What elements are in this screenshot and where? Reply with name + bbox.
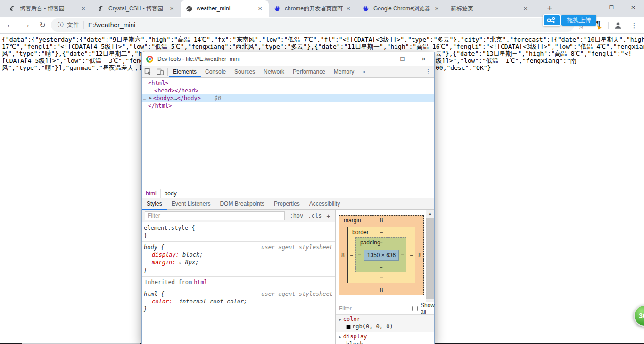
tab-chrome-devpage[interactable]: chrome的开发者页面可 ✕ [269, 0, 357, 17]
breadcrumb-html[interactable]: html [142, 189, 160, 198]
expand-arrow-icon[interactable]: ▶ [339, 318, 341, 322]
tab-blog-admin[interactable]: 博客后台 - 博客园 ✕ [4, 0, 92, 17]
padding-bottom-value: − [356, 264, 406, 270]
tab-close-icon[interactable]: ✕ [256, 5, 264, 13]
computed-filter-input[interactable] [339, 305, 412, 312]
tab-close-icon[interactable]: ✕ [168, 5, 176, 13]
tree-node-head[interactable]: <head></head> [142, 87, 434, 94]
expand-arrow-icon[interactable]: ▶ [149, 94, 152, 102]
scrollbar-thumb[interactable] [426, 218, 434, 299]
address-bar[interactable]: ⓘ 文件 E:/weather_mini [51, 18, 574, 32]
metrics-scrollbar[interactable]: ▲ [426, 210, 434, 302]
globe-icon [185, 5, 193, 12]
styles-filter-bar: :hov .cls + [142, 210, 335, 222]
devtools-minimize-button[interactable]: ─ [371, 52, 392, 66]
devtools-tab-console[interactable]: Console [201, 66, 230, 77]
css-property[interactable]: color: -internal-root-color; [144, 298, 333, 305]
padding-top-value: − [356, 239, 406, 246]
css-property[interactable]: display: block; [144, 251, 333, 259]
tab-new-tab[interactable]: 新标签页 ✕ [446, 0, 534, 17]
profile-avatar-icon[interactable] [613, 20, 623, 31]
selected-node-hint: == $0 [204, 94, 221, 102]
margin-left-value: 8 [341, 252, 345, 259]
color-swatch [346, 325, 351, 329]
css-property[interactable]: margin: ▸ 8px; [144, 259, 333, 267]
node-menu-icon[interactable]: … [143, 94, 149, 102]
tab-properties[interactable]: Properties [269, 198, 305, 210]
tab-accessibility[interactable]: Accessibility [305, 198, 345, 210]
json-text-line: 风","type":"晴"},{"date":"12日星期二","hig [2, 50, 149, 57]
netdisk-upload-overlay: 拖拽上传 [543, 14, 596, 26]
browser-menu-icon[interactable]: ⋮ [629, 20, 639, 31]
reload-button[interactable]: ↻ [37, 19, 48, 31]
devtools-maximize-button[interactable]: ☐ [392, 52, 413, 66]
computed-property-color[interactable]: ▶color rgb(0, 0, 0) [336, 315, 434, 332]
chrome-logo-icon [146, 56, 153, 63]
tab-styles[interactable]: Styles [142, 198, 167, 210]
expand-arrow-icon[interactable]: ▶ [339, 335, 341, 339]
dom-breadcrumbs: html body [142, 188, 434, 198]
back-button[interactable]: ← [5, 19, 16, 31]
devtools-tab-network[interactable]: Network [259, 66, 289, 77]
cnblogs-icon [97, 5, 105, 12]
forward-button[interactable]: → [21, 19, 32, 31]
computed-property-value: rgb(0, 0, 0) [352, 323, 393, 330]
netdisk-icon [543, 14, 561, 26]
toggle-class-button[interactable]: .cls [308, 212, 322, 219]
box-model-content: 1350 × 636 [364, 250, 399, 261]
json-text-line: 云"},{"date":"13日星期三","high":"高温 8℃","fen… [436, 50, 632, 57]
new-style-rule-button[interactable]: + [326, 212, 330, 220]
breadcrumb-body[interactable]: body [160, 189, 181, 198]
window-minimize-button[interactable]: ─ [579, 0, 601, 15]
more-tabs-chevron-icon[interactable]: » [358, 68, 369, 75]
content-size-value: 1350 × 636 [367, 252, 396, 259]
property-value: block; [179, 252, 203, 258]
omnibox-divider [83, 21, 84, 29]
devtools-tab-memory[interactable]: Memory [330, 66, 358, 77]
devtools-menu-icon[interactable]: ⋮ [422, 68, 434, 75]
styles-filter-input[interactable] [145, 211, 285, 220]
tab-close-icon[interactable]: ✕ [344, 5, 352, 13]
html-rule[interactable]: user agent stylesheet html { color: -int… [142, 288, 335, 315]
tree-node-html-open[interactable]: <html> [142, 79, 434, 87]
device-toolbar-icon[interactable] [154, 66, 166, 77]
tab-title: 新标签页 [451, 5, 521, 13]
tree-node-body-selected[interactable]: … ▶ <body> … </body> == $0 [142, 94, 434, 102]
element-style-rule[interactable]: element.style { } [142, 222, 335, 242]
tab-event-listeners[interactable]: Event Listeners [167, 198, 215, 210]
devtools-tab-performance[interactable]: Performance [289, 66, 330, 77]
devtools-window-controls: ─ ☐ ✕ [371, 52, 434, 66]
margin-right-value: 8 [418, 252, 421, 259]
body-close-tag: </body> [177, 94, 201, 102]
page-info-icon[interactable]: ⓘ [58, 21, 64, 29]
show-all-checkbox[interactable] [412, 306, 418, 311]
scroll-up-arrow-icon[interactable]: ▲ [426, 210, 434, 217]
window-close-button[interactable]: ✕ [622, 0, 644, 15]
margin-top-value: 8 [339, 217, 423, 224]
devtools-tab-sources[interactable]: Sources [230, 66, 259, 77]
computed-property-display[interactable]: ▶display block [336, 332, 434, 344]
toggle-pseudo-button[interactable]: :hov [289, 212, 303, 219]
body-rule[interactable]: user agent stylesheet body { display: bl… [142, 242, 335, 277]
tab-google-chrome[interactable]: Google Chrome浏览器 ✕ [357, 0, 446, 17]
new-tab-button[interactable]: + [543, 2, 556, 15]
window-maximize-button[interactable]: ☐ [601, 0, 622, 15]
styles-pane: :hov .cls + element.style { } user agent… [142, 210, 335, 344]
devtools-titlebar[interactable]: DevTools - file:///E:/weather_mini ─ ☐ ✕ [142, 52, 434, 66]
devtools-close-button[interactable]: ✕ [413, 52, 434, 66]
tab-close-icon[interactable]: ✕ [79, 5, 87, 13]
inherited-tag-link[interactable]: html [194, 279, 207, 285]
tab-dom-breakpoints[interactable]: DOM Breakpoints [215, 198, 269, 210]
tab-close-icon[interactable]: ✕ [521, 5, 529, 13]
devtools-tab-elements[interactable]: Elements [169, 66, 201, 77]
body-collapsed-ellipsis[interactable]: … [173, 94, 177, 102]
json-text-line: {"data":{"yesterday":{"date":"9日星期六","hi… [2, 36, 644, 43]
tree-node-html-close[interactable]: </html> [142, 102, 434, 109]
tab-close-icon[interactable]: ✕ [433, 5, 441, 13]
tab-weather-mini[interactable]: weather_mini ✕ [181, 0, 269, 17]
devtools-title: DevTools - file:///E:/weather_mini [157, 56, 240, 62]
tab-crystal-csh[interactable]: Crystal_CSH - 博客园 ✕ [92, 0, 181, 17]
inherited-section-header: Inherited fromhtml [142, 277, 335, 288]
baidu-icon [362, 5, 370, 12]
inspect-element-icon[interactable] [142, 66, 154, 77]
